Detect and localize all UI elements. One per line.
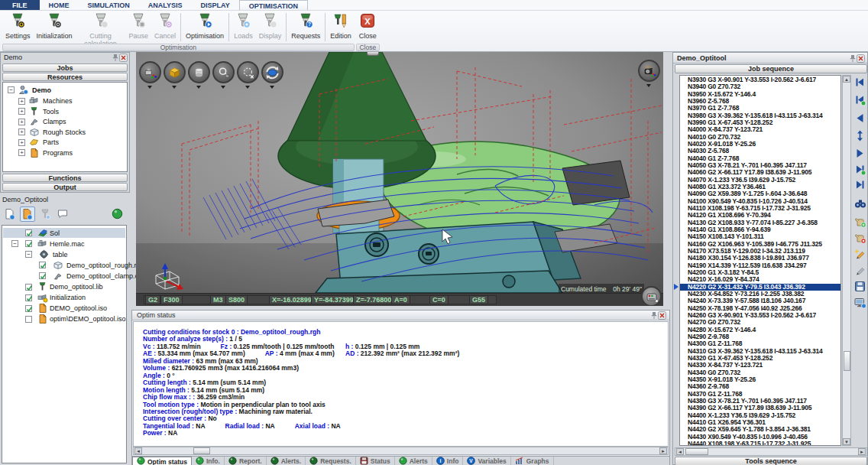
optitool-item-demo-optitool-clamp-clp[interactable]: Demo_optitool_clamp.clp (2, 271, 126, 281)
expander-icon[interactable]: + (18, 149, 25, 156)
view-cylinder-button[interactable] (188, 61, 210, 83)
chevron-down-icon[interactable] (196, 86, 201, 89)
checkbox[interactable] (25, 284, 32, 291)
expander-icon[interactable]: − (8, 86, 15, 93)
output-tab-status[interactable]: Status (356, 457, 395, 465)
output-tab-requests-[interactable]: Requests. (306, 457, 356, 465)
optitool-item-initialization[interactable]: Initialization (2, 293, 126, 303)
checkbox[interactable] (25, 316, 32, 323)
requests-button[interactable]: ?Requests (288, 11, 323, 41)
tree-item-parts[interactable]: +Parts (3, 138, 127, 148)
view-refresh-button[interactable] (261, 61, 283, 83)
nav-prev-button[interactable] (853, 112, 866, 125)
nav-first-badge-button[interactable] (853, 93, 866, 106)
tools-sequence-bar[interactable]: Tools sequence (675, 457, 867, 465)
nav-play-button[interactable] (853, 147, 866, 160)
section-bar-functions[interactable]: Functions (2, 174, 128, 182)
ribbon-tab-home[interactable]: HOME (40, 0, 79, 10)
optitool-item-table[interactable]: −table (2, 249, 126, 259)
expander-icon[interactable]: + (18, 128, 25, 135)
nav-updown-button[interactable] (853, 129, 866, 142)
output-tab-variables[interactable]: VVariables (463, 457, 510, 465)
chevron-down-icon[interactable] (646, 84, 651, 87)
output-tab-info[interactable]: iInfo (432, 457, 464, 465)
pin-icon[interactable] (111, 54, 119, 62)
optitool-item-demo-optitool-lib[interactable]: Demo_optitool.lib (2, 282, 126, 292)
checkbox[interactable] (39, 272, 46, 279)
view-select-button[interactable] (237, 61, 259, 83)
tree-item-rough-stocks[interactable]: +Rough Stocks (3, 127, 127, 137)
close-icon[interactable] (658, 311, 666, 320)
save-button[interactable] (853, 280, 866, 293)
view-camera-button[interactable] (638, 60, 660, 82)
pencil-button[interactable] (853, 264, 866, 277)
horizontal-scrollbar[interactable]: ◄ ► (133, 447, 669, 455)
section-bar-jobs[interactable]: Jobs (2, 63, 128, 72)
view-cube-button[interactable] (164, 61, 186, 83)
output-tab-alerts-[interactable]: Alerts. (267, 457, 306, 465)
chevron-down-icon[interactable] (221, 86, 225, 89)
ribbon-tab-optimisation[interactable]: OPTIMISATION (239, 0, 308, 10)
nav-first-button[interactable] (853, 76, 866, 89)
ribbon-tab-display[interactable]: DISPLAY (192, 0, 239, 10)
close-icon[interactable] (857, 54, 865, 63)
pin-icon[interactable] (649, 311, 658, 320)
section-bar-resources[interactable]: Resources (2, 73, 128, 81)
view-machine-button[interactable] (139, 61, 161, 83)
doc-check-button[interactable] (2, 206, 18, 222)
expander-icon[interactable]: + (18, 98, 25, 105)
pin-icon[interactable] (848, 54, 857, 63)
checkbox[interactable] (25, 229, 32, 236)
close-button[interactable]: XClose (356, 11, 380, 41)
optitool-item-hemle-mac[interactable]: −Hemle.mac (2, 239, 126, 249)
tree-item-tools[interactable]: +Tools (3, 106, 127, 116)
view-zoom-button[interactable] (212, 61, 235, 83)
checkbox[interactable] (25, 305, 32, 312)
gcode-list[interactable]: N3930 G3 X-90.901 Y-33.553 I-20.562 J-6.… (679, 75, 841, 446)
edition-button[interactable]: Edition (327, 11, 355, 41)
close-icon[interactable] (119, 54, 128, 62)
expander-icon[interactable]: + (18, 119, 25, 125)
nav-step-badge-button[interactable] (853, 163, 866, 176)
chevron-down-icon[interactable] (245, 86, 250, 89)
tool-small-button[interactable] (37, 206, 53, 222)
hand-add-button[interactable] (853, 215, 866, 228)
checkbox[interactable] (25, 294, 32, 301)
section-bar-output[interactable]: Output (2, 183, 128, 191)
ribbon-tab-simulation[interactable]: SIMULATION (79, 0, 139, 10)
chevron-down-icon[interactable] (172, 86, 177, 89)
optitool-item-sol[interactable]: Sol (2, 228, 126, 238)
find-button[interactable] (853, 197, 866, 210)
tree-item-machines[interactable]: +Machines (3, 96, 127, 106)
tree-root-demo[interactable]: −Demo (3, 85, 127, 95)
expander-icon[interactable]: − (25, 251, 32, 258)
machine-state-button[interactable] (641, 286, 662, 306)
nav-last-button[interactable] (853, 178, 866, 191)
expander-icon[interactable]: + (18, 108, 25, 115)
chevron-down-icon[interactable] (147, 86, 152, 89)
optitool-item-optim-demo-optitool-iso[interactable]: optim\DEMO_optitool.iso (2, 314, 126, 324)
optimisation-button[interactable]: Optimisation (183, 11, 227, 41)
ribbon-tab-file[interactable]: FILE (0, 0, 40, 10)
doc-orange-button[interactable] (20, 206, 35, 222)
horizontal-scrollbar[interactable]: ◄ ► (675, 447, 867, 456)
optitool-item-demo-optitool-iso[interactable]: DEMO_optitool.iso (2, 304, 126, 314)
monitor-button[interactable] (853, 296, 866, 309)
splitter-grip[interactable] (367, 52, 379, 56)
output-tab-report-[interactable]: Report. (225, 457, 267, 465)
settings-button[interactable]: Settings (2, 11, 34, 41)
3d-viewport[interactable]: Cumulated time 0h 29' 49" G2F300M3S800X=… (136, 52, 663, 306)
output-tab-info-[interactable]: Info. (192, 457, 225, 465)
job-sequence-bar[interactable]: Job sequence (675, 64, 867, 73)
ribbon-tab-analysis[interactable]: ANALYSIS (139, 0, 192, 10)
bubble-button[interactable] (55, 206, 70, 222)
output-tab-optim-status[interactable]: Optim status (132, 457, 192, 465)
chevron-down-icon[interactable] (270, 86, 274, 89)
output-tab-alerts[interactable]: Alerts (395, 457, 432, 465)
gcode-line[interactable]: N4440 X108.198 Y-63.715 I-17.732 J-31.92… (680, 441, 840, 446)
tree-item-clamps[interactable]: +Clamps (3, 117, 127, 127)
expander-icon[interactable]: − (11, 240, 18, 247)
optitool-item-demo-optitool-rough-rgh[interactable]: Demo_optitool_rough.rgh (2, 260, 126, 270)
checkbox[interactable] (25, 240, 32, 247)
expander-icon[interactable]: + (18, 139, 25, 146)
